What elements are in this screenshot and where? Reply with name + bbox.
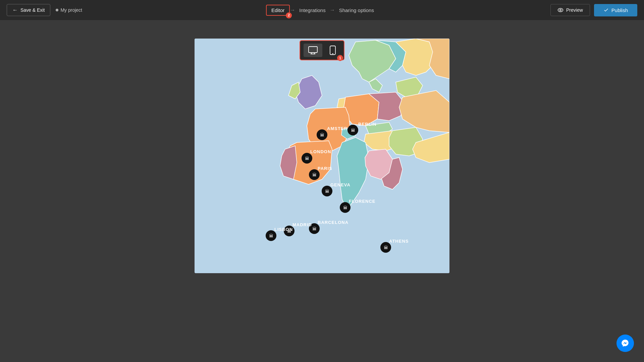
svg-rect-2 <box>309 47 317 53</box>
arrow-left-icon: ← <box>12 7 18 13</box>
save-exit-label: Save & Exit <box>20 7 45 13</box>
editor-step-badge: 2 <box>286 12 292 18</box>
mobile-toggle-wrapper: 1 <box>325 43 340 58</box>
desktop-view-button[interactable] <box>304 44 322 57</box>
step-arrow-2: → <box>330 7 335 13</box>
svg-text:BERLIN: BERLIN <box>358 122 376 127</box>
publish-button[interactable]: Publish <box>594 4 637 16</box>
preview-label: Preview <box>566 7 583 13</box>
svg-text:LISBON: LISBON <box>274 227 293 232</box>
svg-text:🏛: 🏛 <box>312 172 317 177</box>
nav-step-integrations[interactable]: Integrations <box>295 7 329 13</box>
map-wrapper: 🏛 AMSTERDAM 🏛 LONDON 🏛 BERLIN 🏛 PARIS 🏛 … <box>195 39 449 273</box>
view-toggle: 1 <box>300 40 344 60</box>
project-dot-icon <box>56 9 58 11</box>
svg-point-0 <box>558 8 563 12</box>
svg-text:GENEVA: GENEVA <box>330 182 351 187</box>
nav-steps: Editor 2 → Integrations → Sharing option… <box>266 5 378 16</box>
messenger-icon <box>621 339 630 348</box>
svg-text:🏛: 🏛 <box>343 205 347 210</box>
svg-text:PARIS: PARIS <box>318 166 332 171</box>
map-container: 🏛 AMSTERDAM 🏛 LONDON 🏛 BERLIN 🏛 PARIS 🏛 … <box>114 20 530 362</box>
nav-step-editor[interactable]: Editor 2 <box>266 5 290 16</box>
top-navigation: ← Save & Exit My project Editor 2 → Inte… <box>0 0 644 20</box>
svg-text:MADRID: MADRID <box>292 222 312 227</box>
desktop-icon <box>308 46 318 54</box>
svg-text:🏛: 🏛 <box>384 245 388 250</box>
svg-text:ATHENS: ATHENS <box>389 239 409 244</box>
svg-text:🏛: 🏛 <box>305 156 309 161</box>
nav-step-sharing[interactable]: Sharing options <box>335 7 378 13</box>
save-exit-button[interactable]: ← Save & Exit <box>7 4 50 16</box>
publish-check-icon <box>603 7 609 13</box>
svg-text:🏛: 🏛 <box>320 132 324 137</box>
nav-left: ← Save & Exit My project <box>7 4 82 16</box>
svg-text:FLORENCE: FLORENCE <box>349 199 376 204</box>
project-name: My project <box>56 7 82 13</box>
svg-text:LONDON: LONDON <box>310 149 331 154</box>
nav-right: Preview Publish <box>550 4 637 16</box>
publish-label: Publish <box>611 7 628 13</box>
svg-text:🏛: 🏛 <box>325 189 329 194</box>
step-arrow-1: → <box>290 7 295 13</box>
svg-text:🏛: 🏛 <box>351 128 355 133</box>
svg-point-1 <box>560 9 561 11</box>
mobile-icon <box>330 46 336 55</box>
chat-bubble-button[interactable] <box>616 335 634 352</box>
mobile-view-badge: 1 <box>337 55 343 61</box>
integrations-step-label: Integrations <box>299 7 325 13</box>
preview-icon <box>557 7 564 13</box>
sharing-step-label: Sharing options <box>339 7 374 13</box>
svg-text:BARCELONA: BARCELONA <box>318 220 348 225</box>
editor-step-label: Editor <box>271 7 284 13</box>
svg-text:🏛: 🏛 <box>269 233 273 238</box>
project-name-label: My project <box>60 7 82 13</box>
preview-button[interactable]: Preview <box>550 4 590 16</box>
europe-map-svg: 🏛 AMSTERDAM 🏛 LONDON 🏛 BERLIN 🏛 PARIS 🏛 … <box>195 39 449 273</box>
svg-text:🏛: 🏛 <box>312 226 317 231</box>
